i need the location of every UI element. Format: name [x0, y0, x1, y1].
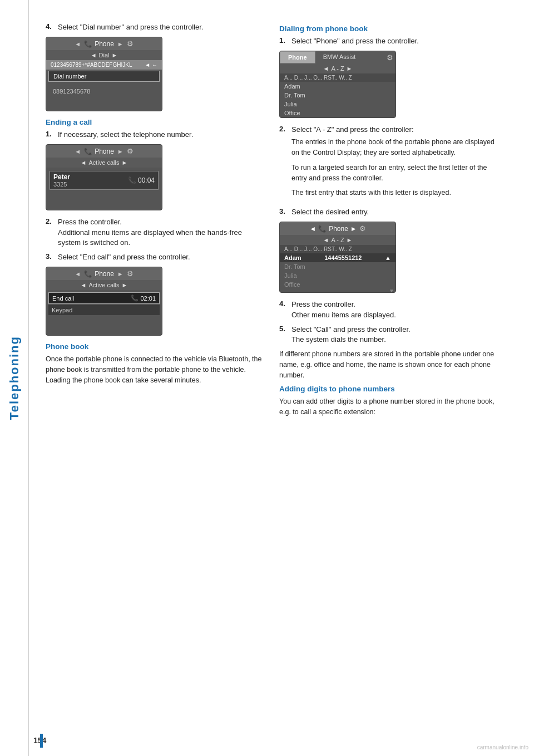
step-3b-text: Select the desired entry.	[291, 207, 369, 217]
caller-row: Peter 3325 📞 00:04	[50, 171, 159, 190]
pb-tabs-1: Phone BMW Assist ⚙	[280, 51, 395, 63]
phone-spacer-2	[48, 316, 160, 333]
ending-call-heading: Ending a call	[46, 118, 263, 126]
phone-nav-left-2: ◄	[75, 148, 81, 155]
pb-entry-drtom-2: Dr. Tom	[280, 262, 395, 271]
keypad-action: Keypad	[48, 305, 160, 315]
pb-tab-bmw-1: BMW Assist	[315, 51, 364, 63]
pb-az-row-2: ◄ A - Z ►	[280, 235, 395, 245]
step-1b-num: 1.	[279, 36, 288, 45]
dial-number-selected: Dial number	[48, 71, 160, 82]
phone-ui-active: ◄ 📞 Phone ► ⚙ ◄ Active calls ►	[46, 144, 162, 210]
adding-digits-para: You can add other digits to a phone numb…	[279, 396, 496, 418]
pb-az-row-1: ◄ A - Z ►	[280, 63, 395, 73]
pb-entry-julia-2: Julia	[280, 271, 395, 280]
caller-details: Peter 3325	[53, 173, 70, 188]
pb-header-2: ◄ 📞 Phone ► ⚙	[280, 222, 395, 235]
phonebook-ui-1: Phone BMW Assist ⚙ ◄ A - Z ► A... D... J…	[279, 51, 396, 118]
caller-info: Peter 3325 📞 00:04	[46, 168, 162, 210]
phone-body-1: 08912345678	[46, 83, 162, 111]
step-3a-text: Select "End call" and press the controll…	[58, 252, 190, 262]
phone-header-2: ◄ 📞 Phone ► ⚙	[46, 145, 162, 158]
step-3a: 3. Select "End call" and press the contr…	[46, 252, 263, 262]
watermark: carmanualonline.info	[477, 744, 528, 750]
dialing-heading: Dialing from phone book	[279, 24, 496, 33]
phone-header-3: ◄ 📞 Phone ► ⚙	[46, 267, 162, 280]
adding-digits-heading: Adding digits to phone numbers	[279, 385, 496, 393]
pb-letters-1: A... D... J... O... RST.. W.. Z	[280, 73, 395, 82]
phone-book-para: Once the portable phone is connected to …	[46, 354, 263, 385]
right-column: Dialing from phone book 1. Select "Phone…	[279, 22, 496, 734]
step-2a-num: 2.	[46, 217, 55, 225]
step-4-text: Select "Dial number" and press the contr…	[58, 22, 203, 32]
phone-title-2: 📞 Phone	[84, 148, 114, 155]
phone-nav-right-1: ►	[117, 41, 123, 47]
step-4b-num: 4.	[279, 300, 288, 308]
step-1a: 1. If necessary, select the telephone nu…	[46, 130, 263, 140]
phone-nav-right-2: ►	[117, 148, 123, 155]
phone-actions: End call 📞 02:01 Keypad	[46, 290, 162, 335]
step-1a-text: If necessary, select the telephone numbe…	[58, 130, 193, 140]
step-5b-content: Select "Call" and press the controller. …	[291, 325, 411, 345]
step-3b: 3. Select the desired entry.	[279, 207, 496, 217]
step-4-num: 4.	[46, 22, 55, 31]
page-bar	[40, 734, 43, 748]
step-3b-num: 3.	[279, 207, 288, 215]
pb-letters-2: A... D... J... O... RST.. W.. Z	[280, 245, 395, 253]
phonebook-ui-2: ◄ 📞 Phone ► ⚙ ◄ A - Z ► A... D... J... O…	[279, 222, 396, 293]
sidebar-label-text: Telephoning	[7, 336, 22, 420]
pb-entry-julia-1: Julia	[280, 100, 395, 109]
phone-ui-dial: ◄ 📞 Phone ► ⚙ ◄ Dial ► 0123456789+*#ABCD…	[46, 37, 162, 111]
step-2a: 2. Press the controller. Additional menu…	[46, 217, 263, 248]
step-4b: 4. Press the controller. Other menu item…	[279, 300, 496, 320]
step-1a-num: 1.	[46, 130, 55, 138]
pb-entry-adam-1: Adam	[280, 82, 395, 91]
step-5b: 5. Select "Call" and press the controlle…	[279, 325, 496, 345]
step-2b-content: Select "A - Z" and press the controller:…	[291, 125, 496, 203]
phone-input-row-1: 0123456789+*#ABCDEFGHIJKL ◄ ←	[46, 60, 162, 70]
left-column: 4. Select "Dial number" and press the co…	[46, 22, 263, 734]
phone-icon-2: 📞	[84, 148, 92, 155]
step-2b: 2. Select "A - Z" and press the controll…	[279, 125, 496, 203]
phone-title-1: 📞 Phone	[84, 40, 114, 48]
sidebar: Telephoning	[0, 0, 29, 756]
note-para: If different phone numbers are stored in…	[279, 349, 496, 380]
pb-entry-drtom-1: Dr. Tom	[280, 91, 395, 100]
step-1b-text: Select "Phone" and press the controller.	[291, 36, 419, 46]
phone-icon-1: 📞	[84, 40, 92, 48]
phone-spacer-1	[48, 191, 160, 208]
end-call-action: End call 📞 02:01	[48, 292, 160, 304]
main-content: 4. Select "Dial number" and press the co…	[29, 0, 534, 756]
step-2a-content: Press the controller. Additional menu it…	[58, 217, 263, 248]
step-4-dial: 4. Select "Dial number" and press the co…	[46, 22, 263, 32]
step-1b: 1. Select "Phone" and press the controll…	[279, 36, 496, 46]
page-container: Telephoning 4. Select "Dial number" and …	[0, 0, 534, 756]
settings-icon-1: ⚙	[127, 40, 134, 48]
settings-icon-2: ⚙	[127, 147, 134, 155]
phone-subheader-3: ◄ Active calls ►	[46, 280, 162, 290]
pb-entry-office-1: Office	[280, 109, 395, 117]
step-4b-content: Press the controller. Other menu items a…	[291, 300, 396, 320]
pb-tab-phone-1: Phone	[280, 51, 315, 63]
call-time: 📞 00:04	[128, 176, 155, 184]
pb-entry-office-2: Office	[280, 280, 395, 289]
pb-settings-1: ⚙	[363, 51, 395, 63]
pb-entry-adam-selected: Adam 14445551212 ▲	[280, 253, 395, 262]
phone-header-1: ◄ 📞 Phone ► ⚙	[46, 37, 162, 50]
recent-number: 08912345678	[48, 86, 160, 96]
step-2b-num: 2.	[279, 125, 288, 133]
phone-book-heading: Phone book	[46, 342, 263, 351]
phone-subheader-2: ◄ Active calls ►	[46, 158, 162, 168]
step-3a-num: 3.	[46, 252, 55, 261]
phone-subheader-1: ◄ Dial ►	[46, 50, 162, 60]
phone-nav-left-1: ◄	[75, 41, 81, 47]
pb-tabs-2: ◄ 📞 Phone ► ⚙	[280, 222, 395, 235]
phone-ui-endcall: ◄ 📞 Phone ► ⚙ ◄ Active calls ► End call	[46, 267, 162, 336]
step-5b-num: 5.	[279, 325, 288, 333]
